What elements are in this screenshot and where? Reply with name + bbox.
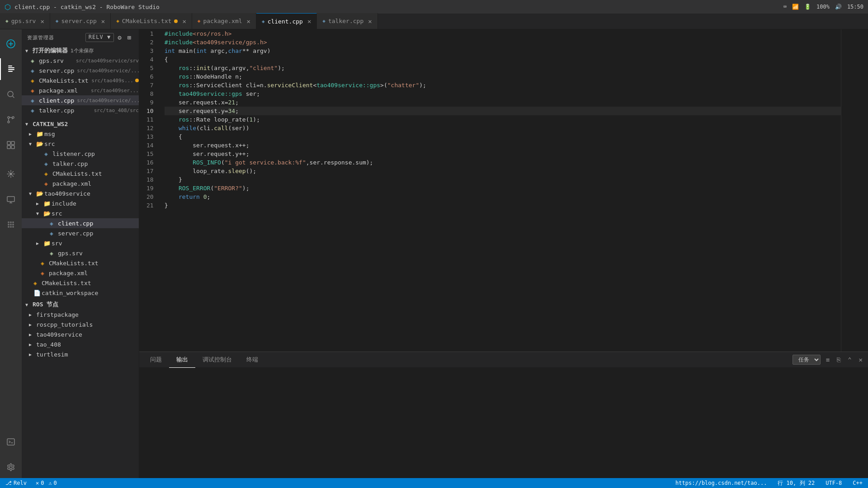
code-line-11: ros::Rate loop_rate(1); [165,115,841,124]
activity-monitor[interactable] [0,188,22,210]
status-errors[interactable]: ✕ 0 ⚠ 0 [34,480,59,486]
line-num-18: 18 [146,175,154,184]
token: (argc,argv, [210,65,249,71]
status-git[interactable]: ⎇ Relv [4,480,28,486]
file-catkin-workspace[interactable]: 📄 catkin_workspace [22,288,139,298]
tab-server-cpp[interactable]: ◈server.cpp✕ [50,13,111,29]
minimap [841,29,868,352]
folder-tao409service[interactable]: ▼ 📂 tao409service [22,188,139,198]
file-cmakelists-tao[interactable]: ◈ CMakeLists.txt [22,258,139,268]
line-num-10: 10 [146,107,154,115]
activity-git[interactable] [0,109,22,131]
code-editor[interactable]: 123456789101112131415161718192021 #inclu… [139,29,841,352]
svg-point-23 [12,226,14,228]
activity-extensions[interactable] [0,134,22,156]
panel-content[interactable] [139,368,868,478]
line-num-20: 20 [146,192,154,201]
svg-point-6 [8,117,9,118]
panel-copy-btn[interactable]: ⎘ [835,355,842,364]
token: ::ServiceClient cli=n. [189,82,267,89]
token: ser.request.y= [165,108,228,114]
open-file-cmakelists[interactable]: ◈ CMakeLists.txt src/tao409s... [22,75,139,85]
tab-close-talker-cpp[interactable]: ✕ [368,18,372,25]
file-server-cpp-tree[interactable]: ◈ server.cpp [22,228,139,238]
token: (cli. [196,125,214,131]
sidebar-btn-split[interactable]: ⊞ [126,33,133,42]
open-file-package-xml[interactable]: ◈ package.xml src/tao409ser... [22,85,139,95]
sidebar-btn-gear[interactable]: ⚙ [116,33,123,42]
file-talker-cpp-tree[interactable]: ◈ talker.cpp [22,159,139,169]
token: } [165,202,168,209]
open-file-gps-srv[interactable]: ◈ gps.srv src/tao409service/srv [22,56,139,66]
status-position[interactable]: 行 10, 列 22 [776,479,816,487]
svg-point-17 [12,221,14,223]
statusbar-right: https://blog.csdn.net/tao... 行 10, 列 22 … [674,479,864,487]
activity-settings[interactable] [0,456,22,478]
token: ** argv) [242,47,271,54]
tab-package-xml[interactable]: ◈package.xml✕ [192,13,256,29]
sidebar-btn-relv[interactable]: Relv ▼ [85,33,114,42]
ros-node-firstpackage[interactable]: ▶ firstpackage [22,310,139,319]
svg-rect-24 [7,439,14,445]
folder-src-main[interactable]: ▼ 📂 src [22,139,139,149]
ros-node-tao409service[interactable]: ▶ tao409service [22,329,139,339]
token: ); [419,82,426,89]
section-ros-nodes[interactable]: ▼ ROS 节点 [22,300,139,310]
file-package-xml-src[interactable]: ◈ package.xml [22,178,139,188]
activity-terminal[interactable] [0,431,22,453]
status-link[interactable]: https://blog.csdn.net/tao... [674,480,769,486]
folder-include[interactable]: ▶ 📁 include [22,198,139,208]
file-listener-cpp[interactable]: ◈ listener.cpp [22,149,139,159]
code-content[interactable]: #include<ros/ros.h>#include<tao409servic… [161,29,841,352]
file-cmakelists-root[interactable]: ◈ CMakeLists.txt [22,278,139,288]
line-num-13: 13 [146,132,154,141]
tab-close-package-xml[interactable]: ✕ [247,18,250,25]
activity-apps[interactable] [0,214,22,235]
panel-tab-problems[interactable]: 问题 [143,352,169,368]
tab-client-cpp[interactable]: ◈client.cpp✕ [256,13,317,29]
panel-scroll-up-btn[interactable]: ⌃ [846,355,853,364]
file-client-cpp-tree[interactable]: ◈ client.cpp [22,218,139,228]
open-file-client-cpp[interactable]: ◈ client.cpp src/tao409service/... [22,95,139,105]
token: } [165,176,182,183]
svg-point-20 [12,224,14,225]
activity-ros[interactable] [0,163,22,185]
tab-talker-cpp[interactable]: ◈talker.cpp✕ [317,13,377,29]
file-gps-srv-tree[interactable]: ◈ gps.srv [22,248,139,258]
folder-msg[interactable]: ▶ 📁 msg [22,129,139,139]
tab-close-server-cpp[interactable]: ✕ [101,18,105,25]
panel-task-dropdown[interactable]: 任务 [793,355,821,365]
token: call [214,125,228,131]
file-cmakelists-src[interactable]: ◈ CMakeLists.txt [22,169,139,178]
activity-search[interactable] [0,84,22,105]
ros-node-roscpp[interactable]: ▶ roscpp_tutorials [22,319,139,329]
tab-close-gps-srv[interactable]: ✕ [40,18,44,25]
folder-srv[interactable]: ▶ 📁 srv [22,238,139,248]
file-package-xml-tao[interactable]: ◈ package.xml [22,268,139,278]
panel-filter-btn[interactable]: ≡ [824,355,831,364]
open-file-talker-cpp[interactable]: ◈ talker.cpp src/tao_408/src [22,105,139,115]
status-encoding[interactable]: UTF-8 [824,480,844,486]
panel-tab-debug[interactable]: 调试控制台 [195,352,239,368]
line-num-2: 2 [146,38,154,47]
folder-src-tao409[interactable]: ▼ 📂 src [22,208,139,218]
svg-point-25 [9,466,12,469]
tab-close-cmakelists-txt[interactable]: ✕ [182,18,186,25]
activity-explorer[interactable] [0,58,22,80]
svg-rect-2 [8,67,14,68]
tab-gps-srv[interactable]: ◈gps.srv✕ [0,13,50,29]
ros-node-tao408[interactable]: ▶ tao_408 [22,339,139,349]
panel-tab-output[interactable]: 输出 [169,352,195,368]
status-language[interactable]: C++ [851,480,864,486]
section-explorer[interactable]: ▼ CATKIN_WS2 [22,119,139,129]
svg-rect-10 [11,141,14,145]
tab-close-client-cpp[interactable]: ✕ [307,18,311,25]
panel-tab-terminal[interactable]: 终端 [239,352,265,368]
tab-cmakelists-txt[interactable]: ◈CMakeLists.txt✕ [111,13,192,29]
activity-robosense[interactable] [0,33,22,55]
panel-close-btn[interactable]: ✕ [857,355,864,364]
ros-node-turtlesim[interactable]: ▶ turtlesim [22,349,139,359]
tab-label-server-cpp: server.cpp [61,18,96,24]
section-opened-editors[interactable]: ▼ 打开的编辑器 1个未保存 [22,46,139,56]
open-file-server-cpp[interactable]: ◈ server.cpp src/tao409service/... [22,66,139,75]
